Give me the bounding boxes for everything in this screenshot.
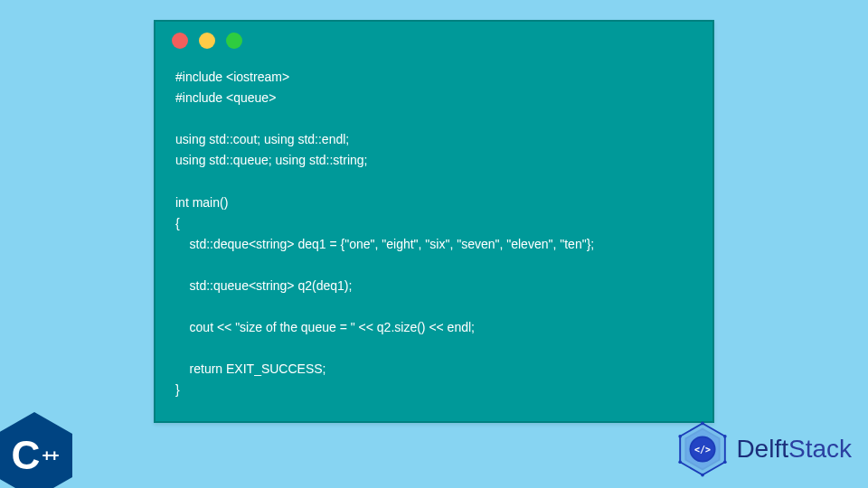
brand-part1: Delft (736, 435, 788, 463)
brand-part2: Stack (788, 435, 852, 463)
cpp-letter: C (12, 433, 41, 478)
delftstack-logo-icon: </> (675, 421, 731, 477)
svg-point-9 (679, 460, 683, 464)
code-window: #include <iostream> #include <queue> usi… (154, 20, 714, 423)
cpp-language-badge: C ++ (0, 405, 83, 488)
svg-point-7 (723, 460, 727, 464)
minimize-icon[interactable] (199, 33, 215, 49)
cpp-plusplus: ++ (42, 446, 57, 465)
maximize-icon[interactable] (226, 33, 242, 49)
svg-point-5 (702, 422, 705, 426)
brand-text: DelftStack (736, 435, 852, 464)
svg-point-6 (723, 435, 727, 438)
brand-area: </> DelftStack (675, 421, 852, 477)
svg-point-8 (702, 474, 705, 477)
close-icon[interactable] (172, 33, 188, 49)
cpp-hexagon-icon: C ++ (0, 412, 72, 488)
svg-point-10 (679, 435, 683, 438)
svg-text:</>: </> (694, 445, 711, 455)
window-titlebar (156, 22, 712, 54)
code-body: #include <iostream> #include <queue> usi… (156, 54, 712, 421)
